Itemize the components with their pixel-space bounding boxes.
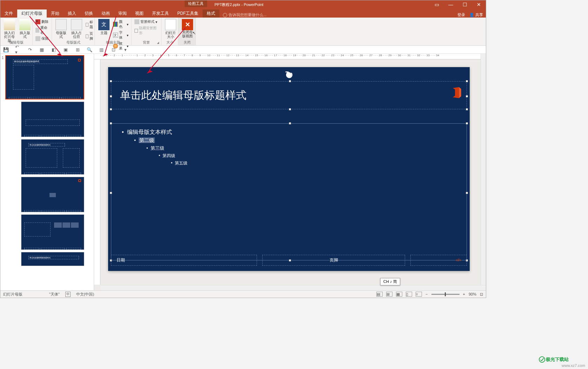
layout-thumbnail-3[interactable] <box>21 177 92 212</box>
layout-thumbnail-4[interactable] <box>21 214 92 250</box>
share-button[interactable]: 👤 共享 <box>469 12 483 18</box>
background-styles-button[interactable]: 背景样式 ▾ <box>134 19 159 25</box>
ime-indicator[interactable]: CH ♪ 简 <box>380 278 400 285</box>
horizontal-scrollbar[interactable] <box>100 285 486 290</box>
qat-icon-5[interactable]: ◧ <box>51 47 57 52</box>
thumbnail-panel[interactable]: 1 单击此处编辑母版标题样式 单击此处编辑母版标题样式 <box>0 54 94 290</box>
svg-point-6 <box>539 357 545 362</box>
save-icon[interactable]: 💾 <box>3 47 9 52</box>
preserve-button[interactable]: 保留 <box>35 36 49 41</box>
tab-view[interactable]: 视图 <box>131 9 148 18</box>
slide-editor: · · · 3 · · · 2 · · · 1 · · · · · · · 1 … <box>94 54 486 290</box>
tab-format[interactable]: 格式 <box>203 9 219 18</box>
tab-insert[interactable]: 插入 <box>64 9 80 18</box>
master-thumbnail[interactable]: 1 单击此处编辑母版标题样式 <box>5 55 92 99</box>
resize-handle[interactable] <box>289 122 291 124</box>
date-placeholder[interactable]: 日期 <box>111 255 257 266</box>
insert-layout-button[interactable]: 插入版式 <box>18 18 32 39</box>
colors-button[interactable]: 颜色 ▾ <box>112 19 129 30</box>
fonts-button[interactable]: 文字体 ▾ <box>112 30 129 40</box>
rotation-handle-icon[interactable]: ↻ <box>286 72 292 78</box>
group-label-edit-master: 编辑母版 <box>9 40 24 45</box>
layout-thumbnail-1[interactable] <box>21 102 92 137</box>
sorter-view-button[interactable]: ▦ <box>396 292 402 297</box>
master-layout-button[interactable]: 母版版式 <box>54 18 68 39</box>
slide-size-button[interactable]: 幻灯片大小 <box>164 18 178 39</box>
footer-placeholder[interactable]: 页脚 <box>262 255 405 266</box>
reading-view-button[interactable]: ▯ <box>406 292 412 297</box>
resize-handle[interactable] <box>466 122 468 124</box>
group-label-close: 关闭 <box>184 40 191 45</box>
lightbulb-icon <box>223 13 227 17</box>
tab-slide-master[interactable]: 幻灯片母版 <box>17 9 47 18</box>
resize-handle[interactable] <box>289 108 291 110</box>
tab-pdf-tools[interactable]: PDF工具集 <box>173 9 203 18</box>
close-window-button[interactable]: ✕ <box>472 0 486 9</box>
redo-icon[interactable]: ↷ <box>27 47 33 52</box>
qat-icon-7[interactable]: ⊞ <box>75 47 80 52</box>
tab-file[interactable]: 文件 <box>0 9 17 18</box>
layout-thumbnail-2[interactable]: 单击此处编辑母版标题样式 <box>21 139 92 175</box>
resize-handle[interactable] <box>466 192 468 194</box>
zoom-out-button[interactable]: − <box>425 292 428 296</box>
hide-bg-graphics-checkbox: 隐藏背景图形 <box>134 25 159 36</box>
layout-thumbnail-5[interactable]: 单击此处编辑母版标题样式 <box>21 252 92 266</box>
tab-transitions[interactable]: 切换 <box>80 9 97 18</box>
insert-placeholder-button[interactable]: 插入占位符 <box>70 18 84 39</box>
normal-view-button[interactable]: ⊞ <box>386 292 392 297</box>
resize-handle[interactable] <box>110 192 112 194</box>
zoom-level[interactable]: 90% <box>469 292 476 296</box>
title-placeholder[interactable]: 单击此处编辑母版标题样式 ↻ <box>111 81 467 109</box>
zoom-slider[interactable] <box>431 294 460 295</box>
vertical-scrollbar[interactable] <box>481 54 486 285</box>
tab-home[interactable]: 开始 <box>47 9 64 18</box>
resize-handle[interactable] <box>110 95 112 97</box>
body-placeholder[interactable]: • 编辑母版文本样式 • 第二级 • 第三级 • 第四级 • 第五级 <box>111 123 467 260</box>
undo-icon[interactable]: ↶ ▾ <box>15 47 21 52</box>
title-bar: 绘图工具 PPT教程2.pptx - PowerPoint ▭ — ☐ ✕ <box>0 0 486 9</box>
resize-handle[interactable] <box>466 95 468 97</box>
footer-checkbox[interactable]: 页脚 <box>85 31 95 41</box>
fit-to-window-button[interactable]: ⊡ <box>480 292 483 297</box>
tab-review[interactable]: 审阅 <box>114 9 131 18</box>
minimize-button[interactable]: — <box>444 0 458 9</box>
qat-icon-6[interactable]: ▣ <box>63 47 68 52</box>
page-number-placeholder[interactable]: ‹#› <box>410 255 467 266</box>
themes-button[interactable]: 文主题 <box>97 18 111 35</box>
resize-handle[interactable] <box>110 122 112 124</box>
login-link[interactable]: 登录 <box>457 12 465 18</box>
resize-handle[interactable] <box>466 80 468 82</box>
resize-handle[interactable] <box>110 80 112 82</box>
zoom-in-button[interactable]: + <box>463 292 465 296</box>
status-bar: 幻灯片母版 "天体" 中 中文(中国) ▤ ⊞ ▦ ▯ ▿ − + 90% ⊡ <box>0 290 486 298</box>
status-language[interactable]: 中文(中国) <box>76 292 94 297</box>
group-label-size: 大小 <box>166 40 173 45</box>
resize-handle[interactable] <box>110 108 112 110</box>
bullet-level-2: • 第二级 <box>134 137 460 144</box>
slide-canvas[interactable]: 单击此处编辑母版标题样式 ↻ • 编辑母版文本样式 • 第二级 <box>108 67 470 271</box>
rename-button[interactable]: 重命名 <box>35 25 49 35</box>
bullet-level-1: • 编辑母版文本样式 <box>122 129 460 136</box>
status-lang-icon: 中 <box>65 292 71 297</box>
qat-icon-4[interactable]: ▦ <box>39 47 45 52</box>
resize-handle[interactable] <box>289 80 291 82</box>
slideshow-button[interactable]: ▿ <box>416 292 422 297</box>
tab-developer[interactable]: 开发工具 <box>148 9 173 18</box>
bullet-level-3: • 第三级 <box>146 145 460 151</box>
title-checkbox[interactable]: 标题 <box>85 19 95 30</box>
insert-slide-master-button[interactable]: 插入幻灯片母版 <box>2 18 16 43</box>
qat-icon-8[interactable]: 🔍 <box>87 47 92 52</box>
main-area: 1 单击此处编辑母版标题样式 单击此处编辑母版标题样式 <box>0 54 486 290</box>
notes-button[interactable]: ▤ <box>376 292 383 297</box>
ribbon-options-icon[interactable]: ▭ <box>430 0 444 9</box>
background-launcher-icon[interactable]: ◢ <box>157 41 160 45</box>
bullet-level-5: • 第五级 <box>171 160 460 166</box>
office-logo-icon <box>78 59 81 62</box>
close-master-view-button[interactable]: ✕关闭母版视图 <box>180 18 194 39</box>
tab-animations[interactable]: 动画 <box>97 9 114 18</box>
maximize-button[interactable]: ☐ <box>458 0 472 9</box>
delete-button[interactable]: ✕删除 <box>35 19 49 25</box>
document-title: PPT教程2.pptx - PowerPoint <box>214 2 263 7</box>
resize-handle[interactable] <box>466 108 468 110</box>
tell-me-search[interactable]: 告诉我您想要做什么... <box>223 12 266 18</box>
